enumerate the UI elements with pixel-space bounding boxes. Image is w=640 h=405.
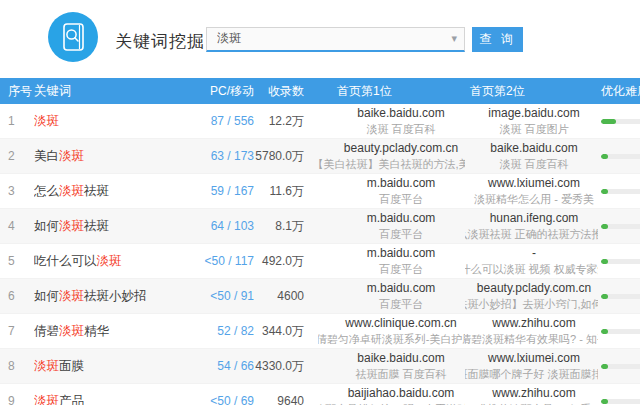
serp-first-title: 百度平台 [379,227,423,241]
serp-second-site: baike.baidu.com 淡斑 百度百科 [465,139,598,173]
pc-mobile-count[interactable]: <50 / 69 [204,384,254,405]
serp-first-site: m.baidu.com 百度平台 [318,209,465,243]
serp-second-title: 吃什么可以淡斑 视频 权威专家解说 [465,262,598,276]
serp-first-domain[interactable]: baijiahao.baidu.com [348,386,455,400]
serp-first-domain[interactable]: m.baidu.com [367,211,436,225]
row-index: 7 [0,314,34,348]
difficulty-bar-fill [601,154,608,159]
keyword-link[interactable]: 如何淡斑祛斑 [34,209,204,243]
keyword-search-input[interactable] [207,28,464,50]
serp-first-site: m.baidu.com 百度平台 [318,279,465,313]
serp-first-domain[interactable]: m.baidu.com [367,176,436,190]
difficulty-bar-fill [601,189,608,194]
serp-first-title: 百度平台 [379,262,423,276]
serp-second-site: image.baidu.com 淡斑 百度图片 [465,104,598,138]
table-row: 9 淡斑产品 <50 / 69 9640 baijiahao.baidu.com… [0,384,640,405]
difficulty-bar-fill [601,329,608,334]
serp-first-site: baike.baidu.com 祛斑面膜 百度百科 [318,349,465,383]
keyword-link[interactable]: 吃什么可以淡斑 [34,244,204,278]
pc-mobile-count[interactable]: 63 / 173 [204,139,254,173]
difficulty-bar-fill [601,294,608,299]
row-index: 4 [0,209,34,243]
serp-second-domain[interactable]: www.zhihu.com [492,386,575,400]
serp-second-domain[interactable]: image.baidu.com [488,106,579,120]
keyword-mining-page: 关键词挖掘 ▾ 查 询 序号 关键词 PC/移动 收录数 首页第1位 首页第2位… [0,0,640,405]
pc-mobile-count[interactable]: 54 / 66 [204,349,254,383]
serp-second-domain[interactable]: www.lxiumei.com [488,351,580,365]
serp-first-title: 百度平台 [379,192,423,206]
serp-first-domain[interactable]: m.baidu.com [367,281,436,295]
serp-first-domain[interactable]: www.clinique.com.cn [345,316,456,330]
collect-count: 12.2万 [254,104,318,138]
pc-mobile-count[interactable]: 59 / 167 [204,174,254,208]
pc-mobile-count[interactable]: 52 / 82 [204,314,254,348]
col-header-index: 序号 [0,78,34,104]
row-index: 2 [0,139,34,173]
difficulty-bar [601,119,640,124]
query-button[interactable]: 查 询 [472,27,523,52]
pc-mobile-count[interactable]: <50 / 91 [204,279,254,313]
serp-second-site: www.zhihu.com 求推荐淡斑产品? - 知乎 [465,384,598,405]
difficulty-bar-fill [601,399,608,404]
difficulty-bar [601,189,640,194]
row-index: 9 [0,384,34,405]
serp-first-title: 祛斑面膜 百度百科 [355,367,446,381]
keyword-link[interactable]: 怎么淡斑祛斑 [34,174,204,208]
serp-first-site: m.baidu.com 百度平台 [318,174,465,208]
serp-first-domain[interactable]: beauty.pclady.com.cn [344,141,458,155]
serp-second-domain[interactable]: baike.baidu.com [490,141,577,155]
pc-mobile-count[interactable]: 64 / 103 [204,209,254,243]
row-index: 6 [0,279,34,313]
collect-count: 5780.0万 [254,139,318,173]
keyword-link[interactable]: 淡斑产品 [34,384,204,405]
collect-count: 11.6万 [254,174,318,208]
keyword-link[interactable]: 倩碧淡斑精华 [34,314,204,348]
difficulty-bar [601,329,640,334]
table-row: 8 淡斑面膜 54 / 66 4330.0万 baike.baidu.com 祛… [0,349,640,384]
serp-second-site: beauty.pclady.com.cn 【祛斑小妙招】去斑小窍门,如何淡... [465,279,598,313]
serp-second-site: www.zhihu.com 倩碧淡斑精华有效果吗? - 知乎 [465,314,598,348]
row-index: 8 [0,349,34,383]
serp-second-title: 【祛斑小妙招】去斑小窍门,如何淡... [465,297,598,311]
difficulty-cell [598,314,640,348]
table-row: 6 如何淡斑祛斑小妙招 <50 / 91 4600 m.baidu.com 百度… [0,279,640,314]
serp-first-domain[interactable]: m.baidu.com [367,246,436,260]
keyword-link[interactable]: 淡斑 [34,104,204,138]
serp-second-domain[interactable]: - [532,246,536,260]
pc-mobile-count[interactable]: <50 / 117 [204,244,254,278]
serp-first-domain[interactable]: baike.baidu.com [357,106,444,120]
table-header-row: 序号 关键词 PC/移动 收录数 首页第1位 首页第2位 优化难度 [0,78,640,104]
serp-second-title: 淡斑 百度百科 [499,157,568,171]
table-row: 3 怎么淡斑祛斑 59 / 167 11.6万 m.baidu.com 百度平台… [0,174,640,209]
collect-count: 344.0万 [254,314,318,348]
difficulty-bar-fill [601,224,608,229]
pc-mobile-count[interactable]: 87 / 556 [204,104,254,138]
difficulty-bar [601,259,640,264]
col-header-keyword: 关键词 [34,78,204,104]
keyword-link[interactable]: 淡斑面膜 [34,349,204,383]
difficulty-cell [598,384,640,405]
col-header-serp1: 首页第1位 [318,78,465,104]
difficulty-bar [601,294,640,299]
serp-second-domain[interactable]: www.lxiumei.com [488,176,580,190]
serp-first-domain[interactable]: baike.baidu.com [357,351,444,365]
serp-second-title: 淡斑 百度图片 [499,122,568,136]
serp-first-site: beauty.pclady.com.cn 【美白祛斑】美白祛斑的方法,美白... [318,139,465,173]
keyword-link[interactable]: 美白淡斑 [34,139,204,173]
collect-count: 4600 [254,279,318,313]
serp-second-title: 怎么淡斑祛斑 正确的祛斑方法推荐... [465,227,598,241]
difficulty-cell [598,139,640,173]
difficulty-bar-fill [601,364,608,369]
serp-first-title: 百度平台 [379,297,423,311]
table-row: 2 美白淡斑 63 / 173 5780.0万 beauty.pclady.co… [0,139,640,174]
collect-count: 8.1万 [254,209,318,243]
keyword-link[interactable]: 如何淡斑祛斑小妙招 [34,279,204,313]
row-index: 3 [0,174,34,208]
serp-first-title: 淡斑 百度百科 [366,122,435,136]
table-row: 5 吃什么可以淡斑 <50 / 117 492.0万 m.baidu.com 百… [0,244,640,279]
collect-count: 9640 [254,384,318,405]
serp-second-domain[interactable]: www.zhihu.com [492,316,575,330]
col-header-collect: 收录数 [254,78,318,104]
serp-second-domain[interactable]: beauty.pclady.com.cn [477,281,591,295]
serp-second-domain[interactable]: hunan.ifeng.com [490,211,579,225]
